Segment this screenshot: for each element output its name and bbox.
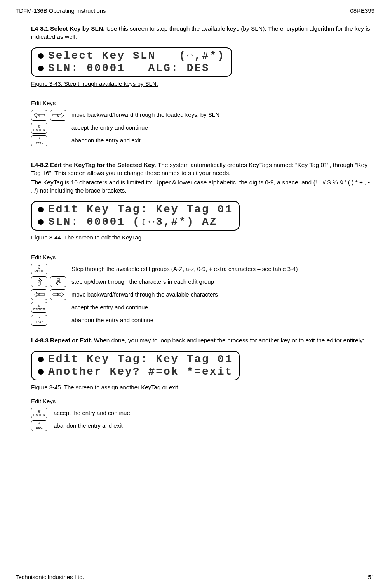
key-label: 4: [38, 292, 40, 297]
section-8-3-text: When done, you may to loop back and repe…: [94, 337, 364, 343]
section-8-3: L4-8.3 Repeat or Exit. When done, you ma…: [31, 336, 371, 345]
section-8-1-title: L4-8.1 Select Key by SLN.: [31, 25, 106, 32]
key-label: 2: [38, 279, 40, 284]
lcd-fig-3-43: Select Key SLN (↔,#*) SLN: 00001 ALG: DE…: [31, 47, 232, 77]
bullet-icon: [38, 369, 44, 375]
key-4-left: 4: [31, 289, 47, 300]
key-desc: accept the entry and continue: [71, 304, 148, 311]
key-6-right: 6: [50, 289, 66, 300]
key-label-bot: ENTER: [33, 128, 45, 132]
key-label-bot: ENTER: [33, 413, 45, 417]
key-desc: abandon the entry and exit: [54, 422, 123, 430]
footer-right: 51: [368, 573, 374, 581]
header-left: TDFM-136B Operating Instructions: [16, 7, 106, 15]
key-label-bot: ESC: [36, 426, 43, 430]
key-label: 6: [57, 292, 59, 297]
key-2-up: 2: [31, 276, 47, 287]
footer: Technisonic Industries Ltd. 51: [16, 573, 374, 581]
key-esc: * ESC: [31, 315, 47, 326]
lcd-fig-3-44: Edit Key Tag: Key Tag 01 SLN: 00001 (↕↔3…: [31, 201, 240, 231]
key-desc: Step through the available edit groups (…: [71, 265, 298, 273]
section-8-3-title: L4-8.3 Repeat or Exit.: [31, 337, 94, 343]
key-label: 4: [38, 113, 40, 118]
key-label-top: *: [38, 137, 40, 141]
key-label-bot: ESC: [36, 321, 43, 324]
figure-caption-3-43: Figure 3-43. Step through available keys…: [31, 80, 371, 88]
key-4-left: 4: [31, 110, 47, 121]
key-label: 8: [57, 279, 59, 284]
lcd-line-2: SLN: 00001 (↕↔3,#*) AZ: [48, 215, 218, 229]
footer-left: Technisonic Industries Ltd.: [16, 573, 84, 581]
key-6-right: 6: [50, 110, 66, 121]
lcd-fig-3-45: Edit Key Tag: Key Tag 01 Another Key? #=…: [31, 351, 240, 380]
key-esc: * ESC: [31, 135, 47, 146]
key-label: 6: [57, 113, 59, 118]
edit-keys-heading: Edit Keys: [31, 253, 371, 261]
key-enter: # ENTER: [31, 302, 47, 313]
section-8-2-title: L4-8.2 Edit the KeyTag for the Selected …: [31, 161, 158, 168]
bullet-icon: [38, 53, 44, 59]
key-desc: abandon the entry and exit: [71, 137, 141, 144]
key-desc: move backward/forward through the loaded…: [71, 111, 219, 119]
figure-caption-3-45: Figure 3-45. The screen to assign anothe…: [31, 383, 371, 391]
bullet-icon: [38, 66, 44, 71]
key-label-bot: ESC: [36, 141, 43, 145]
section-8-1: L4-8.1 Select Key by SLN. Use this scree…: [31, 25, 371, 41]
key-desc: move backward/forward through the availa…: [71, 291, 218, 298]
key-label-bot: ENTER: [33, 308, 45, 311]
key-desc: abandon the entry and continue: [71, 316, 153, 324]
lcd-line-2: Another Key? #=ok *=exit: [48, 364, 233, 379]
key-desc: step up/down through the characters in e…: [71, 278, 214, 286]
bullet-icon: [38, 357, 44, 362]
key-enter: # ENTER: [31, 123, 47, 134]
edit-keys-heading: Edit Keys: [31, 99, 371, 107]
key-label-top: #: [38, 124, 40, 128]
header: TDFM-136B Operating Instructions 08RE399: [16, 7, 374, 15]
key-label-bot: MODE: [34, 269, 44, 273]
bullet-icon: [38, 207, 44, 212]
key-desc: accept the entry and continue: [71, 124, 148, 132]
section-8-2: L4-8.2 Edit the KeyTag for the Selected …: [31, 161, 371, 177]
key-enter: # ENTER: [31, 408, 47, 418]
header-right: 08RE399: [350, 7, 374, 15]
key-esc: * ESC: [31, 420, 47, 431]
section-8-2-text2: The KeyTag is 10 characters and is limit…: [31, 179, 371, 195]
figure-caption-3-44: Figure 3-44. The screen to edit the KeyT…: [31, 234, 371, 241]
edit-keys-heading: Edit Keys: [31, 397, 371, 405]
key-3-mode: 3 MODE: [31, 264, 47, 274]
key-8-down: 8: [50, 276, 66, 287]
lcd-line-2: SLN: 00001 ALG: DES: [48, 61, 210, 76]
bullet-icon: [38, 219, 44, 225]
key-desc: accept the entry and continue: [54, 409, 130, 417]
